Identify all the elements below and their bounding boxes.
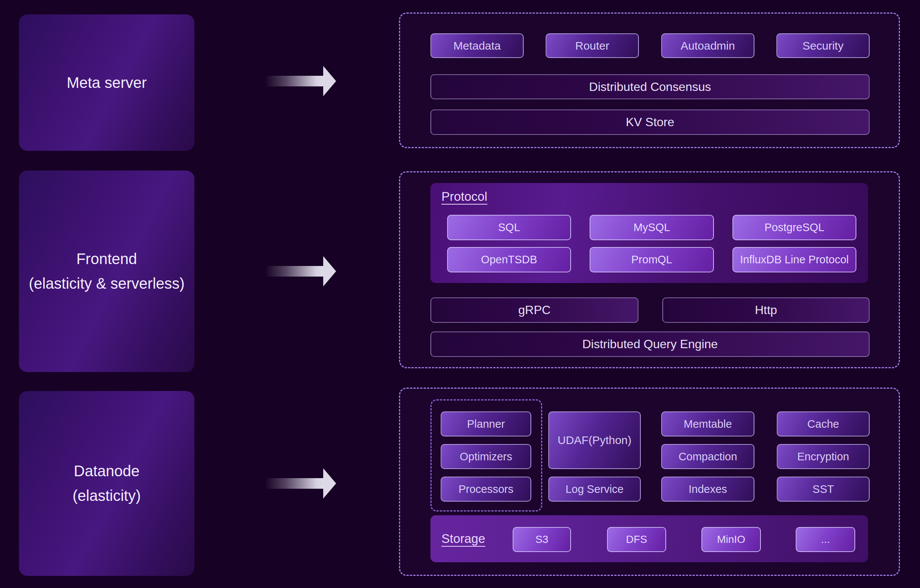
udaf-python-label: UDAF(Python) xyxy=(557,434,631,447)
architecture-diagram: Meta server Frontend (elasticity & serve… xyxy=(0,0,920,588)
udaf-python-box: UDAF(Python) xyxy=(548,411,641,469)
arrow-right-icon xyxy=(323,66,336,96)
frontend-label-line1: Frontend xyxy=(76,247,137,271)
http-bar: Http xyxy=(662,297,870,323)
postgresql-label: PostgreSQL xyxy=(765,221,824,234)
influxdb-line-protocol-label: InfluxDB Line Protocol xyxy=(740,253,849,266)
cache-label: Cache xyxy=(807,418,839,430)
more-backends-chip: ... xyxy=(796,527,855,552)
compaction-chip: Compaction xyxy=(661,444,755,469)
memtable-chip: Memtable xyxy=(661,411,755,436)
processors-chip: Processors xyxy=(441,476,531,502)
sql-label: SQL xyxy=(498,221,520,234)
memtable-label: Memtable xyxy=(684,418,732,430)
encryption-label: Encryption xyxy=(797,450,849,463)
datanode-label-line1: Datanode xyxy=(74,459,139,483)
distributed-query-engine-bar: Distributed Query Engine xyxy=(431,332,870,357)
sst-chip: SST xyxy=(777,476,870,502)
meta-server-label: Meta server xyxy=(67,70,147,95)
arrow-right-icon xyxy=(323,256,336,287)
log-service-label: Log Service xyxy=(565,483,623,496)
optimizers-chip: Optimizers xyxy=(441,444,531,469)
log-service-chip: Log Service xyxy=(548,476,641,502)
minio-label: MinIO xyxy=(717,533,745,546)
planner-chip: Planner xyxy=(441,411,531,436)
influxdb-line-protocol-chip: InfluxDB Line Protocol xyxy=(732,247,856,272)
opentsdb-label: OpenTSDB xyxy=(481,253,537,266)
promql-label: PromQL xyxy=(631,253,672,266)
distributed-query-engine-label: Distributed Query Engine xyxy=(582,337,718,351)
indexes-chip: Indexes xyxy=(661,476,755,502)
security-label: Security xyxy=(803,39,844,52)
router-chip: Router xyxy=(546,33,639,58)
mysql-chip: MySQL xyxy=(590,215,714,240)
compaction-label: Compaction xyxy=(679,450,737,463)
planner-label: Planner xyxy=(467,418,505,430)
optimizers-label: Optimizers xyxy=(460,450,512,463)
frontend-box: Frontend (elasticity & serverless) xyxy=(19,170,194,372)
mysql-label: MySQL xyxy=(633,221,670,234)
postgresql-chip: PostgreSQL xyxy=(732,215,856,240)
router-label: Router xyxy=(575,39,609,52)
cache-chip: Cache xyxy=(777,411,870,436)
encryption-chip: Encryption xyxy=(777,444,870,469)
metadata-label: Metadata xyxy=(453,39,500,52)
more-backends-label: ... xyxy=(821,533,830,546)
arrow-shaft xyxy=(265,76,323,86)
distributed-consensus-label: Distributed Consensus xyxy=(589,80,711,94)
sst-label: SST xyxy=(812,483,834,496)
s3-label: S3 xyxy=(535,533,548,546)
protocol-label: Protocol xyxy=(441,190,487,204)
datanode-box: Datanode (elasticity) xyxy=(19,391,194,576)
security-chip: Security xyxy=(776,33,870,58)
kv-store-bar: KV Store xyxy=(431,110,870,135)
storage-label: Storage xyxy=(441,531,485,546)
autoadmin-chip: Autoadmin xyxy=(661,33,755,58)
metadata-chip: Metadata xyxy=(431,33,524,58)
sql-chip: SQL xyxy=(447,215,571,240)
processors-label: Processors xyxy=(458,483,513,496)
meta-server-box: Meta server xyxy=(19,15,194,151)
arrow-right-icon xyxy=(323,468,336,499)
frontend-label-line2: (elasticity & serverless) xyxy=(29,271,185,296)
kv-store-label: KV Store xyxy=(625,115,674,129)
dfs-label: DFS xyxy=(626,533,647,546)
distributed-consensus-bar: Distributed Consensus xyxy=(431,74,870,99)
arrow-shaft xyxy=(265,478,323,489)
autoadmin-label: Autoadmin xyxy=(680,39,735,52)
minio-chip: MinIO xyxy=(701,527,761,552)
grpc-label: gRPC xyxy=(518,303,551,317)
datanode-label-line2: (elasticity) xyxy=(72,483,141,508)
indexes-label: Indexes xyxy=(688,483,727,496)
s3-chip: S3 xyxy=(513,527,571,552)
arrow-shaft xyxy=(265,266,323,277)
opentsdb-chip: OpenTSDB xyxy=(447,247,571,272)
dfs-chip: DFS xyxy=(607,527,666,552)
promql-chip: PromQL xyxy=(590,247,714,272)
http-label: Http xyxy=(755,303,777,317)
grpc-bar: gRPC xyxy=(431,297,638,323)
